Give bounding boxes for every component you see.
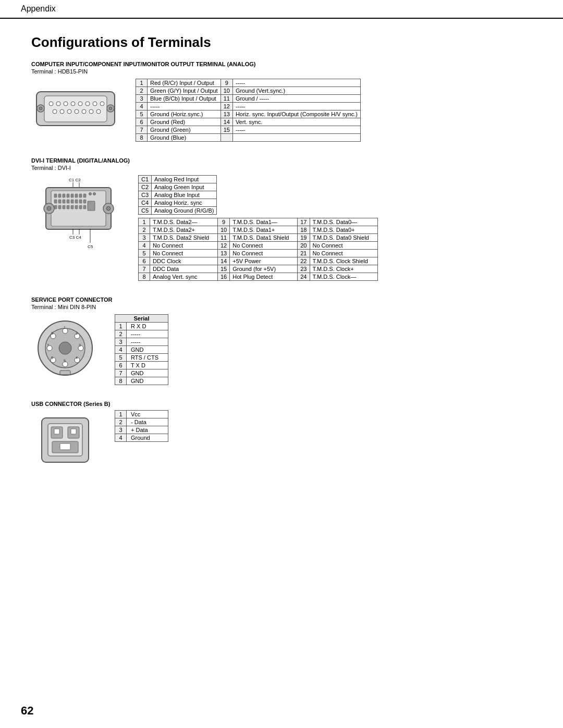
table-row: 6 T X D — [115, 362, 168, 369]
pin-desc: Horiz. sync. Input/Output (Composite H/V… — [232, 110, 360, 118]
svg-point-6 — [78, 102, 82, 106]
service-table: Serial 1 R X D 2 ----- 3 ----- 4 GND 5 R… — [115, 314, 168, 385]
svg-text:1: 1 — [64, 326, 66, 329]
pin-desc: RTS / CTS — [127, 354, 168, 362]
svg-rect-51 — [75, 205, 78, 209]
table-row: 3 ----- — [115, 338, 168, 346]
svg-point-9 — [100, 102, 104, 106]
pin-number: 14 — [221, 118, 232, 126]
usb-connector-row: 1 Vcc 2 - Data 3 + Data 4 Ground — [31, 410, 532, 474]
page-title: Configurations of Terminals — [31, 34, 532, 51]
service-connector-image: 1 2 3 4 5 6 7 8 — [31, 314, 99, 384]
svg-point-4 — [64, 102, 68, 106]
table-row: 2 T.M.D.S. Data2+ 10 T.M.D.S. Data1+ 18 … — [139, 226, 378, 234]
pin-number: 3 — [136, 95, 148, 103]
table-row: 4 Ground — [115, 434, 168, 442]
pin-desc: T.M.D.S. Data2 Shield — [150, 234, 218, 242]
page-number: 62 — [21, 704, 33, 718]
pin-desc: T X D — [127, 362, 168, 369]
pin-number: 24 — [298, 273, 310, 281]
pin-number: C5 — [139, 207, 152, 215]
pin-number: 1 — [115, 323, 127, 330]
svg-point-15 — [89, 109, 93, 114]
serial-header: Serial — [115, 315, 168, 323]
pin-number: 8 — [115, 377, 127, 385]
pin-desc: Hot Plug Detect — [230, 273, 298, 281]
pin-number: 12 — [221, 103, 232, 110]
table-row: 2 - Data — [115, 418, 168, 426]
dvi-tables-container: C1 Analog Red Input C2 Analog Green Inpu… — [138, 175, 378, 281]
table-row: 4 GND — [115, 346, 168, 354]
pin-desc: Ground (Red) — [148, 118, 221, 126]
table-row: C4 Analog Horiz. sync — [139, 199, 217, 207]
pin-number: 5 — [115, 354, 127, 362]
pin-desc: T.M.D.S. Clock+ — [310, 265, 377, 273]
pin-desc: T.M.D.S. Data1+ — [230, 226, 298, 234]
table-row: C5 Analog Ground (R/G/B) — [139, 207, 217, 215]
svg-rect-1 — [44, 96, 107, 122]
svg-rect-89 — [60, 443, 70, 450]
table-row: 2 Green (G/Y) Input / Output 10 Ground (… — [136, 87, 361, 95]
table-row: 1 T.M.D.S. Data2— 9 T.M.D.S. Data1— 17 T… — [139, 218, 378, 226]
svg-rect-46 — [54, 205, 57, 209]
svg-rect-30 — [54, 194, 57, 198]
pin-desc: T.M.D.S. Data0 Shield — [310, 234, 377, 242]
pin-desc: ----- — [232, 79, 360, 87]
dvi-section-title: DVI-I TERMINAL (DIGITAL/ANALOG) — [31, 157, 532, 164]
pin-number: 3 — [139, 234, 150, 242]
table-row: 1 R X D — [115, 323, 168, 330]
pin-desc: Ground — [127, 434, 168, 442]
table-row: 1 Red (R/Cr) Input / Output 9 ----- — [136, 79, 361, 87]
pin-desc: GND — [127, 369, 168, 377]
table-row: 3 T.M.D.S. Data2 Shield 11 T.M.D.S. Data… — [139, 234, 378, 242]
table-row: 7 Ground (Green) 15 ----- — [136, 126, 361, 134]
pin-number: 8 — [136, 134, 148, 142]
pin-number: 13 — [218, 250, 230, 257]
svg-point-29 — [106, 206, 111, 211]
pin-number: 9 — [218, 218, 230, 226]
svg-rect-54 — [88, 201, 95, 211]
pin-desc: Red (R/Cr) Input / Output — [148, 79, 221, 87]
svg-text:6: 6 — [51, 356, 53, 360]
pin-desc: No Connect — [150, 250, 218, 257]
table-row: C3 Analog Blue Input — [139, 191, 217, 199]
main-content: Configurations of Terminals COMPUTER INP… — [0, 24, 563, 521]
dvi-terminal-label: Terminal : DVI-I — [31, 165, 532, 171]
pin-desc: Analog Red Input — [152, 176, 217, 183]
pin-desc: No Connect — [310, 250, 377, 257]
usb-section-title: USB CONNECTOR (Series B) — [31, 401, 532, 407]
table-row: 5 RTS / CTS — [115, 354, 168, 362]
svg-text:C1 C2: C1 C2 — [69, 178, 81, 182]
pin-number: 20 — [298, 242, 310, 250]
pin-desc: ----- — [127, 330, 168, 338]
table-row: 3 + Data — [115, 426, 168, 434]
svg-rect-37 — [83, 194, 86, 198]
pin-number: C1 — [139, 176, 152, 183]
svg-rect-35 — [75, 194, 78, 198]
table-row: 7 DDC Data 15 Ground (for +5V) 23 T.M.D.… — [139, 265, 378, 273]
pin-desc: Analog Horiz. sync — [152, 199, 217, 207]
pin-desc — [232, 134, 360, 142]
svg-rect-32 — [63, 194, 65, 198]
pin-number: 5 — [139, 250, 150, 257]
pin-desc: T.M.D.S. Clock Shield — [310, 257, 377, 265]
pin-desc: ----- — [148, 103, 221, 110]
pin-number: 6 — [136, 118, 148, 126]
svg-point-16 — [96, 109, 101, 114]
service-terminal-label: Terminal : Mini DIN 8-PIN — [31, 304, 532, 310]
svg-text:4: 4 — [76, 356, 78, 360]
svg-rect-41 — [67, 200, 69, 203]
usb-section: USB CONNECTOR (Series B) — [31, 401, 532, 474]
pin-desc: T.M.D.S. Data0— — [310, 218, 377, 226]
pin-desc: No Connect — [310, 242, 377, 250]
table-row: 8 GND — [115, 377, 168, 385]
table-row: 6 Ground (Red) 14 Vert. sync. — [136, 118, 361, 126]
pin-number: 12 — [218, 242, 230, 250]
svg-rect-36 — [79, 194, 82, 198]
svg-point-64 — [59, 342, 71, 354]
pin-desc: - Data — [127, 418, 168, 426]
pin-desc: Vcc — [127, 411, 168, 418]
page-header: Appendix — [0, 0, 563, 19]
pin-number: 13 — [221, 110, 232, 118]
svg-point-56 — [93, 193, 96, 195]
